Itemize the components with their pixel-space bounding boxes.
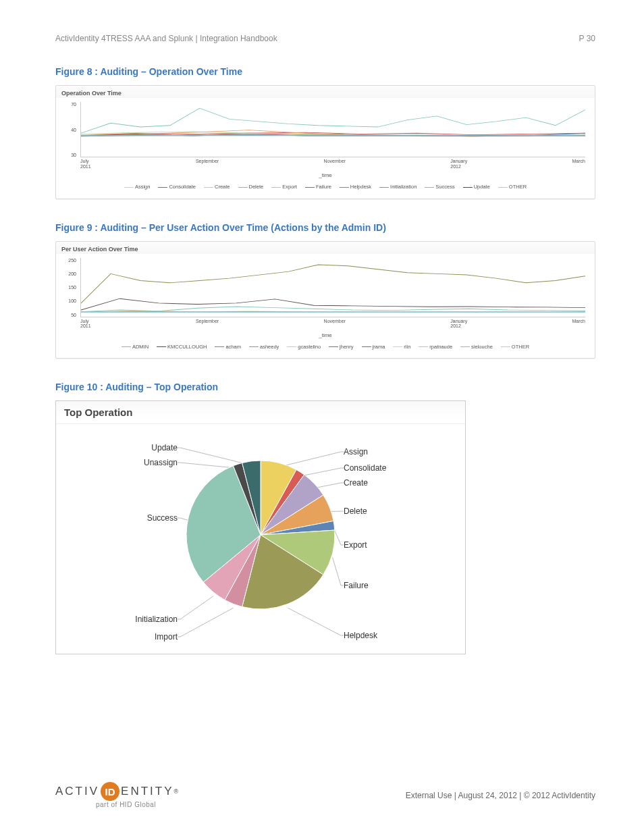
pie-label: Assign <box>344 447 368 457</box>
activ-identity-logo: ACTIV ID ENTITY ® part of HID Global <box>55 782 178 808</box>
legend-item: jrama <box>362 342 385 352</box>
chart-top-operation: Top Operation ImportInitializationSucces… <box>55 400 466 654</box>
pie-label: Update <box>151 443 178 452</box>
legend-item: rpatnaude <box>419 342 452 352</box>
legend-item: Helpdesk <box>340 182 371 192</box>
header-left: ActivIdentity 4TRESS AAA and Splunk | In… <box>55 34 277 43</box>
chart2-title: Per User Action Over Time <box>57 243 593 255</box>
chart2-plot-area <box>81 258 585 317</box>
chart2-x-axis: July 2011SeptemberNovemberJanuary 2012Ma… <box>80 319 585 331</box>
legend-item: Export <box>271 182 297 192</box>
pie-label: Failure <box>344 581 369 590</box>
pie-chart <box>180 454 342 616</box>
pie-label: Import <box>155 632 178 642</box>
chart1-x-axis: July 2011SeptemberNovemberJanuary 2012Ma… <box>80 159 585 171</box>
figure-9-caption: Figure 9 : Auditing – Per User Action Ov… <box>55 222 595 233</box>
pie-label: Consolidate <box>344 463 386 473</box>
chart3-title: Top Operation <box>56 401 465 424</box>
legend-item: asheedy <box>249 342 279 352</box>
legend-item: OTHER <box>501 342 529 352</box>
header-page-number: P 30 <box>579 34 595 43</box>
pie-label: Unassign <box>144 458 178 467</box>
chart-operation-over-time: Operation Over Time 704030 July 2011Sept… <box>55 85 595 199</box>
chart1-legend: AssignConsolidateCreateDeleteExportFailu… <box>57 178 593 192</box>
logo-id-badge: ID <box>101 782 119 801</box>
pie-label: Delete <box>344 506 367 516</box>
pie-label: Initialization <box>135 615 178 624</box>
legend-item: KMCCULLOUGH <box>157 342 207 352</box>
logo-registered-mark: ® <box>174 788 179 795</box>
pie-labels-right: AssignConsolidateCreateDeleteExportFailu… <box>344 439 445 646</box>
chart1-plot-area <box>81 102 585 157</box>
chart2-x-title: _time <box>57 332 593 338</box>
logo-text-activ: ACTIV <box>55 785 99 798</box>
legend-item: Consolidate <box>158 182 196 192</box>
legend-item: Delete <box>238 182 264 192</box>
chart2-legend: ADMINKMCCULLOUGHachamasheedygcastelinojh… <box>57 338 593 352</box>
chart1-y-axis: 704030 <box>63 101 78 157</box>
legend-item: OTHER <box>498 182 527 192</box>
legend-item: acham <box>215 342 241 352</box>
footer-text: External Use | August 24, 2012 | © 2012 … <box>406 791 595 800</box>
legend-item: Update <box>463 182 490 192</box>
legend-item: Assign <box>124 182 151 192</box>
chart1-title: Operation Over Time <box>57 87 593 99</box>
logo-text-entity: ENTITY <box>121 785 173 798</box>
figure-8-caption: Figure 8 : Auditing – Operation Over Tim… <box>55 66 595 77</box>
chart1-x-title: _time <box>57 172 593 178</box>
pie-label: Helpdesk <box>344 631 377 640</box>
legend-item: ADMIN <box>122 342 149 352</box>
legend-item: Initialization <box>379 182 417 192</box>
legend-item: gcastelino <box>287 342 321 352</box>
logo-subtitle: part of HID Global <box>96 801 156 808</box>
pie-label: Success <box>147 513 178 523</box>
pie-label: Create <box>344 478 368 488</box>
chart2-y-axis: 25020015010050 <box>63 257 78 317</box>
legend-item: sielouche <box>460 342 493 352</box>
legend-item: Failure <box>305 182 331 192</box>
legend-item: Success <box>425 182 454 192</box>
figure-10-caption: Figure 10 : Auditing – Top Operation <box>55 382 595 392</box>
pie-labels-left: ImportInitializationSuccessUnassignUpdat… <box>76 439 178 646</box>
chart-per-user-action-over-time: Per User Action Over Time 25020015010050… <box>55 241 595 359</box>
legend-item: rlin <box>393 342 410 352</box>
legend-item: Create <box>204 182 230 192</box>
pie-label: Export <box>344 540 367 550</box>
legend-item: jhenry <box>329 342 353 352</box>
